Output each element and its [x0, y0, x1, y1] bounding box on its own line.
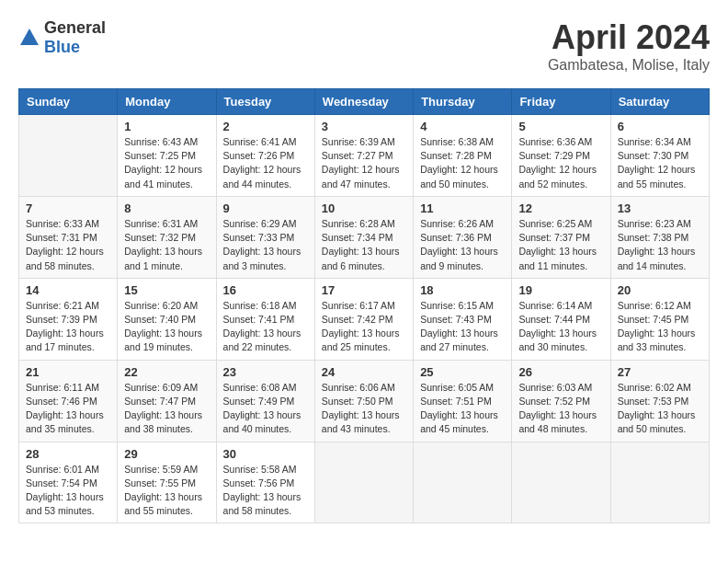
day-number: 8 — [124, 201, 209, 215]
day-number: 22 — [124, 365, 209, 379]
day-number: 1 — [124, 120, 209, 133]
calendar-cell: 9Sunrise: 6:29 AM Sunset: 7:33 PM Daylig… — [216, 196, 314, 278]
day-info: Sunrise: 6:06 AM Sunset: 7:50 PM Dayligh… — [322, 381, 406, 437]
day-number: 19 — [518, 283, 603, 297]
calendar-cell: 8Sunrise: 6:31 AM Sunset: 7:32 PM Daylig… — [118, 196, 216, 278]
logo: General Blue — [18, 18, 106, 57]
calendar-cell — [314, 442, 413, 523]
day-info: Sunrise: 6:14 AM Sunset: 7:44 PM Dayligh… — [518, 299, 603, 355]
day-info: Sunrise: 6:17 AM Sunset: 7:42 PM Dayligh… — [322, 299, 406, 355]
logo-text: General Blue — [44, 18, 106, 57]
day-number: 18 — [420, 283, 505, 297]
calendar-column-header: Saturday — [610, 89, 709, 115]
day-number: 16 — [223, 283, 308, 297]
day-number: 29 — [124, 447, 209, 461]
title-block: April 2024 Gambatesa, Molise, Italy — [548, 18, 710, 74]
day-number: 6 — [618, 120, 702, 133]
day-info: Sunrise: 6:20 AM Sunset: 7:40 PM Dayligh… — [124, 299, 209, 355]
day-number: 11 — [420, 201, 505, 215]
calendar-cell: 1Sunrise: 6:43 AM Sunset: 7:25 PM Daylig… — [118, 115, 216, 197]
day-info: Sunrise: 6:34 AM Sunset: 7:30 PM Dayligh… — [618, 135, 702, 191]
calendar-week-row: 21Sunrise: 6:11 AM Sunset: 7:46 PM Dayli… — [19, 360, 710, 442]
day-info: Sunrise: 6:05 AM Sunset: 7:51 PM Dayligh… — [420, 381, 505, 437]
calendar-week-row: 28Sunrise: 6:01 AM Sunset: 7:54 PM Dayli… — [19, 442, 710, 523]
day-number: 5 — [518, 120, 603, 133]
calendar-cell: 13Sunrise: 6:23 AM Sunset: 7:38 PM Dayli… — [610, 196, 709, 278]
calendar-cell: 14Sunrise: 6:21 AM Sunset: 7:39 PM Dayli… — [19, 278, 118, 360]
day-info: Sunrise: 6:33 AM Sunset: 7:31 PM Dayligh… — [26, 217, 110, 273]
calendar-column-header: Thursday — [414, 89, 512, 115]
page-header: General Blue April 2024 Gambatesa, Molis… — [18, 18, 710, 74]
calendar-cell: 26Sunrise: 6:03 AM Sunset: 7:52 PM Dayli… — [512, 360, 610, 442]
calendar-cell — [512, 442, 610, 523]
day-number: 15 — [124, 283, 209, 297]
day-info: Sunrise: 6:15 AM Sunset: 7:43 PM Dayligh… — [420, 299, 505, 355]
calendar-week-row: 7Sunrise: 6:33 AM Sunset: 7:31 PM Daylig… — [19, 196, 710, 278]
day-info: Sunrise: 6:21 AM Sunset: 7:39 PM Dayligh… — [26, 299, 110, 355]
day-number: 21 — [26, 365, 110, 379]
calendar-header-row: SundayMondayTuesdayWednesdayThursdayFrid… — [19, 89, 710, 115]
calendar-cell: 22Sunrise: 6:09 AM Sunset: 7:47 PM Dayli… — [118, 360, 216, 442]
day-number: 12 — [518, 201, 603, 215]
day-info: Sunrise: 6:18 AM Sunset: 7:41 PM Dayligh… — [223, 299, 308, 355]
calendar-cell: 5Sunrise: 6:36 AM Sunset: 7:29 PM Daylig… — [512, 115, 610, 197]
day-info: Sunrise: 6:02 AM Sunset: 7:53 PM Dayligh… — [618, 381, 702, 437]
calendar-cell: 6Sunrise: 6:34 AM Sunset: 7:30 PM Daylig… — [610, 115, 709, 197]
calendar-title: April 2024 — [548, 18, 710, 57]
day-number: 23 — [223, 365, 308, 379]
day-info: Sunrise: 6:41 AM Sunset: 7:26 PM Dayligh… — [223, 135, 308, 191]
calendar-cell — [19, 115, 118, 197]
calendar-cell: 7Sunrise: 6:33 AM Sunset: 7:31 PM Daylig… — [19, 196, 118, 278]
calendar-column-header: Friday — [512, 89, 610, 115]
day-info: Sunrise: 6:23 AM Sunset: 7:38 PM Dayligh… — [618, 217, 702, 273]
calendar-cell: 18Sunrise: 6:15 AM Sunset: 7:43 PM Dayli… — [414, 278, 512, 360]
day-number: 2 — [223, 120, 308, 133]
calendar-cell — [414, 442, 512, 523]
calendar-column-header: Monday — [118, 89, 216, 115]
day-info: Sunrise: 6:39 AM Sunset: 7:27 PM Dayligh… — [322, 135, 406, 191]
calendar-cell: 16Sunrise: 6:18 AM Sunset: 7:41 PM Dayli… — [216, 278, 314, 360]
day-info: Sunrise: 5:59 AM Sunset: 7:55 PM Dayligh… — [124, 463, 209, 519]
day-info: Sunrise: 6:12 AM Sunset: 7:45 PM Dayligh… — [618, 299, 702, 355]
day-info: Sunrise: 6:29 AM Sunset: 7:33 PM Dayligh… — [223, 217, 308, 273]
calendar-cell: 19Sunrise: 6:14 AM Sunset: 7:44 PM Dayli… — [512, 278, 610, 360]
day-info: Sunrise: 6:43 AM Sunset: 7:25 PM Dayligh… — [124, 135, 209, 191]
day-number: 9 — [223, 201, 308, 215]
calendar-cell: 30Sunrise: 5:58 AM Sunset: 7:56 PM Dayli… — [216, 442, 314, 523]
day-number: 26 — [518, 365, 603, 379]
calendar-week-row: 1Sunrise: 6:43 AM Sunset: 7:25 PM Daylig… — [19, 115, 710, 197]
day-number: 27 — [618, 365, 702, 379]
calendar-column-header: Wednesday — [314, 89, 413, 115]
day-info: Sunrise: 6:26 AM Sunset: 7:36 PM Dayligh… — [420, 217, 505, 273]
day-info: Sunrise: 6:11 AM Sunset: 7:46 PM Dayligh… — [26, 381, 110, 437]
calendar-cell: 4Sunrise: 6:38 AM Sunset: 7:28 PM Daylig… — [414, 115, 512, 197]
day-number: 20 — [618, 283, 702, 297]
day-number: 10 — [322, 201, 406, 215]
calendar-cell: 28Sunrise: 6:01 AM Sunset: 7:54 PM Dayli… — [19, 442, 118, 523]
day-number: 28 — [26, 447, 110, 461]
day-info: Sunrise: 6:09 AM Sunset: 7:47 PM Dayligh… — [124, 381, 209, 437]
day-number: 7 — [26, 201, 110, 215]
day-number: 4 — [420, 120, 505, 133]
day-info: Sunrise: 6:03 AM Sunset: 7:52 PM Dayligh… — [518, 381, 603, 437]
calendar-table: SundayMondayTuesdayWednesdayThursdayFrid… — [18, 88, 710, 523]
day-number: 3 — [322, 120, 406, 133]
day-number: 13 — [618, 201, 702, 215]
calendar-cell: 11Sunrise: 6:26 AM Sunset: 7:36 PM Dayli… — [414, 196, 512, 278]
day-info: Sunrise: 6:08 AM Sunset: 7:49 PM Dayligh… — [223, 381, 308, 437]
calendar-cell: 21Sunrise: 6:11 AM Sunset: 7:46 PM Dayli… — [19, 360, 118, 442]
calendar-cell: 3Sunrise: 6:39 AM Sunset: 7:27 PM Daylig… — [314, 115, 413, 197]
day-number: 14 — [26, 283, 110, 297]
svg-marker-0 — [20, 29, 39, 45]
day-number: 24 — [322, 365, 406, 379]
day-info: Sunrise: 6:28 AM Sunset: 7:34 PM Dayligh… — [322, 217, 406, 273]
logo-icon — [18, 27, 40, 49]
calendar-cell: 23Sunrise: 6:08 AM Sunset: 7:49 PM Dayli… — [216, 360, 314, 442]
calendar-cell: 20Sunrise: 6:12 AM Sunset: 7:45 PM Dayli… — [610, 278, 709, 360]
day-number: 30 — [223, 447, 308, 461]
calendar-column-header: Sunday — [19, 89, 118, 115]
day-info: Sunrise: 5:58 AM Sunset: 7:56 PM Dayligh… — [223, 463, 308, 519]
calendar-column-header: Tuesday — [216, 89, 314, 115]
calendar-cell: 10Sunrise: 6:28 AM Sunset: 7:34 PM Dayli… — [314, 196, 413, 278]
day-info: Sunrise: 6:38 AM Sunset: 7:28 PM Dayligh… — [420, 135, 505, 191]
